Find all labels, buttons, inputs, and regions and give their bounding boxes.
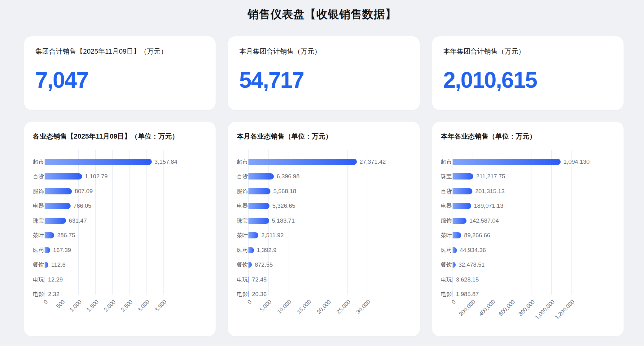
category-label: 茶叶 (33, 232, 45, 239)
bar-area: 6,396.98 (248, 169, 410, 184)
bar (45, 218, 66, 224)
category-label: 餐饮 (33, 261, 45, 268)
value-label: 89,266.66 (464, 232, 490, 239)
value-label: 167.39 (53, 247, 71, 254)
category-label: 电器 (441, 202, 453, 210)
bar (453, 159, 561, 165)
category-label: 茶叶 (237, 232, 248, 239)
bar-row: 电影1,985.87 (441, 287, 615, 302)
bar (45, 277, 45, 283)
bar-area: 189,071.13 (453, 199, 590, 214)
category-label: 百货 (33, 173, 45, 180)
value-label: 201,315.13 (475, 188, 505, 195)
bar-row: 电影20.36 (237, 287, 411, 302)
bar-area: 142,587.04 (453, 213, 590, 228)
bar-area: 211,217.75 (453, 169, 590, 184)
category-label: 茶叶 (441, 232, 453, 239)
bar (45, 262, 48, 268)
kpi-label: 本年集团合计销售（万元） (443, 47, 612, 56)
bar-row: 服饰142,587.04 (441, 213, 615, 228)
month-by-category-bar-chart: 超市27,371.42百货6,396.98服饰5,568.18电器5,326.6… (237, 150, 411, 323)
bar-area: 1,094,130. (453, 154, 590, 169)
value-label: 807.09 (75, 188, 93, 195)
value-label: 2.32 (48, 291, 59, 298)
bar-row: 服饰807.09 (33, 184, 207, 199)
category-label: 百货 (441, 188, 453, 195)
value-label: 872.55 (255, 261, 273, 268)
bar-row: 百货6,396.98 (237, 169, 411, 184)
category-label: 医药 (237, 246, 248, 254)
value-label: 5,183.71 (272, 217, 295, 224)
bar (453, 262, 456, 268)
value-label: 766.05 (73, 202, 91, 209)
kpi-value: 54,717 (239, 67, 408, 93)
kpi-card-daily-total: 集团合计销售【2025年11月09日】（万元） 7,047 (24, 36, 216, 110)
kpi-value: 7,047 (35, 67, 204, 93)
category-label: 服饰 (441, 217, 453, 224)
bar (248, 277, 249, 283)
bar (45, 188, 72, 194)
bar-row: 电器189,071.13 (441, 199, 615, 214)
bar-row: 电影2.32 (33, 287, 207, 302)
value-label: 1,392.9 (257, 247, 276, 254)
bar-row: 电器5,326.65 (237, 199, 411, 214)
bar-row: 超市3,157.84 (33, 154, 207, 169)
bar (248, 291, 249, 297)
category-label: 医药 (441, 246, 453, 254)
category-label: 超市 (237, 158, 248, 166)
bar (248, 159, 357, 165)
value-label: 5,326.65 (272, 202, 295, 209)
chart-card-year-by-category: 本年各业态销售（单位：万元） 超市1,094,130.珠宝211,217.75百… (432, 122, 624, 336)
category-label: 服饰 (33, 188, 45, 195)
category-label: 电器 (33, 202, 45, 210)
bar-row: 电玩72.45 (237, 272, 411, 287)
value-label: 142,587.04 (469, 217, 499, 224)
bar-row: 餐饮32,478.51 (441, 258, 615, 273)
value-label: 44,934.36 (460, 247, 486, 254)
value-label: 1,102.79 (85, 173, 108, 180)
bar-row: 医药167.39 (33, 243, 207, 258)
bar (453, 203, 471, 209)
year-by-category-bar-chart: 超市1,094,130.珠宝211,217.75百货201,315.13电器18… (441, 150, 615, 323)
bar-row: 电玩3,628.15 (441, 272, 615, 287)
bar-row: 医药1,392.9 (237, 243, 411, 258)
bar-area: 286.75 (45, 228, 206, 243)
bar-row: 餐饮112.6 (33, 258, 207, 273)
bar-row: 茶叶89,266.66 (441, 228, 615, 243)
bar (45, 203, 71, 209)
value-label: 72.45 (252, 276, 267, 283)
category-label: 电玩 (33, 276, 45, 283)
bar (248, 232, 258, 238)
chart-title: 本年各业态销售（单位：万元） (441, 132, 615, 141)
kpi-card-year-total: 本年集团合计销售（万元） 2,010,615 (432, 36, 624, 110)
value-label: 189,071.13 (474, 202, 503, 209)
bar-area: 807.09 (45, 184, 206, 199)
bar-area: 5,568.18 (248, 184, 410, 199)
bar-area: 3,157.84 (45, 154, 206, 169)
bar-row: 超市27,371.42 (237, 154, 411, 169)
bar-row: 百货201,315.13 (441, 184, 615, 199)
bar (45, 291, 45, 297)
bar (248, 247, 254, 253)
bar (453, 173, 473, 180)
bar (248, 218, 269, 224)
bar-row: 茶叶286.75 (33, 228, 207, 243)
bar-area: 872.55 (248, 258, 410, 273)
bar-row: 服饰5,568.18 (237, 184, 411, 199)
bar (248, 203, 269, 209)
value-label: 1,985.87 (456, 291, 479, 298)
kpi-label: 本月集团合计销售（万元） (239, 47, 408, 56)
bar-row: 电玩12.29 (33, 272, 207, 287)
bar (248, 188, 270, 194)
chart-rows: 超市27,371.42百货6,396.98服饰5,568.18电器5,326.6… (237, 150, 411, 302)
bar-area: 766.05 (45, 199, 206, 214)
bar-row: 珠宝5,183.71 (237, 213, 411, 228)
bar-area: 2.32 (45, 287, 206, 302)
category-label: 电影 (237, 291, 248, 298)
category-label: 电玩 (237, 276, 248, 283)
bar-area: 1,102.79 (45, 169, 206, 184)
value-label: 3,628.15 (456, 276, 479, 283)
bar-area: 112.6 (45, 258, 206, 273)
bar-area: 5,326.65 (248, 199, 410, 214)
category-label: 珠宝 (237, 217, 248, 224)
